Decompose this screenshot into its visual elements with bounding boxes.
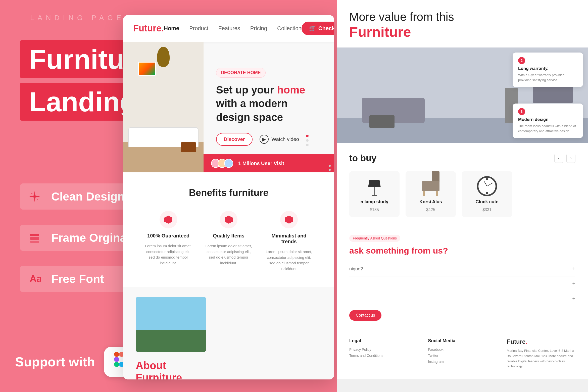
about-section: About Furniture (123, 287, 334, 379)
users-count-text: 1 Millons User Visit (238, 161, 284, 166)
benefits-grid: 100% Guaranteed Lorem ipsum dolor sit am… (133, 211, 324, 272)
faq-expand-2[interactable]: + (572, 280, 575, 287)
product-price-chair: $425 (426, 208, 435, 212)
benefit-name-2: Quality Items (213, 233, 244, 239)
product-price-clock: $331 (482, 208, 492, 212)
nav-arrows: ‹ › (554, 154, 575, 163)
layers-icon (27, 230, 42, 245)
mockup-right: More value from this Furniture 2 Long wa… (337, 0, 588, 392)
play-icon: ▶ (260, 135, 269, 144)
faq-item-3[interactable]: + (349, 291, 575, 306)
faq-expand-3[interactable]: + (572, 295, 575, 302)
benefit-name-3: Minimalist and trends (264, 233, 314, 244)
svg-rect-2 (30, 234, 39, 236)
benefit-name-1: 100% Guaranteed (147, 233, 189, 239)
info-card-2-desc: The room looks beautiful with a blend of… (518, 124, 577, 133)
footer-link-privacy[interactable]: Privacy Policy (349, 348, 418, 352)
products-header: to buy ‹ › (349, 153, 575, 164)
hero-image (123, 42, 204, 172)
product-img-clock (477, 176, 497, 196)
about-scene (136, 297, 206, 352)
info-card-2-title: Modern design (518, 117, 577, 122)
grey-table (369, 115, 395, 128)
products-section: to buy ‹ › n lamp study $135 (337, 143, 588, 227)
discover-button[interactable]: Discover (216, 133, 253, 146)
footer-link-instagram[interactable]: Instagram (428, 360, 497, 364)
footer-col-legal: Legal Privacy Policy Terms and Condition… (349, 338, 418, 369)
benefit-desc-1: Lorem ipsum dolor sit amet, consectetur … (143, 243, 193, 266)
footer-link-terms[interactable]: Terms and Conditions (349, 354, 418, 358)
hexagon-icon-1 (164, 216, 172, 224)
info-card-1-title: Long warranty. (518, 66, 577, 71)
nav-link-collection[interactable]: Collection (277, 25, 302, 32)
svg-rect-6 (114, 352, 119, 357)
contact-button[interactable]: Contact us (349, 310, 381, 321)
info-card-1-number: 2 (518, 57, 525, 64)
faq-item-2[interactable]: + (349, 276, 575, 291)
benefit-card-minimalist: Minimalist and trends Lorem ipsum dolor … (264, 211, 314, 272)
hero-title: Set up your homewith a moderndesign spac… (216, 83, 322, 124)
product-img-lamp (362, 176, 387, 196)
info-card-2: 3 Modern design The room looks beautiful… (513, 104, 583, 138)
clock-hour-hand (484, 181, 487, 186)
mockup-center: Future. Home Product Features Pricing Co… (123, 15, 334, 379)
faq-q-1: nique? (349, 266, 363, 272)
watch-video-button[interactable]: ▶ Watch video (260, 135, 299, 144)
benefit-card-quality: Quality Items Lorem ipsum dolor sit amet… (204, 211, 254, 272)
info-card-1: 2 Long warranty. With a 5-year warranty … (513, 53, 583, 87)
product-card-clock: Clock cute $331 (462, 171, 512, 217)
navbar: Future. Home Product Features Pricing Co… (123, 15, 334, 42)
nav-link-pricing[interactable]: Pricing (250, 25, 267, 32)
benefit-icon-minimalist (280, 211, 298, 228)
faq-item-1[interactable]: nique? + (349, 262, 575, 276)
svg-rect-4 (30, 241, 39, 243)
about-image (136, 297, 206, 352)
benefits-section: Benefits furniture 100% Guaranteed Lorem… (123, 172, 334, 287)
users-bar: 1 Millons User Visit (204, 154, 334, 172)
chair-seat (422, 181, 439, 191)
scroll-indicator (329, 161, 331, 171)
hero-badge: DECORATE HOME (216, 68, 266, 78)
nav-link-product[interactable]: Product (189, 25, 208, 32)
svg-point-0 (31, 193, 32, 194)
product-img-chair (418, 176, 443, 196)
svg-rect-3 (30, 237, 39, 240)
benefit-icon-quality (220, 211, 237, 228)
right-header: More value from this Furniture (337, 0, 588, 47)
faq-expand-1[interactable]: + (572, 266, 575, 272)
feature-clean-design-text: Clean Design (51, 190, 124, 203)
dot-3 (306, 144, 309, 146)
hero-title-highlight: home (277, 84, 305, 96)
footer-link-twitter[interactable]: Twitter (428, 354, 497, 358)
table-small (181, 142, 196, 152)
nav-link-home[interactable]: Home (164, 25, 179, 32)
svg-rect-8 (114, 357, 119, 362)
about-title-highlight: Furniture (136, 372, 182, 379)
nav-link-features[interactable]: Features (218, 25, 240, 32)
faq-section: Frequently Asked Questions ask something… (337, 227, 588, 328)
right-header-subtitle: More value from this (349, 10, 575, 24)
landing-label: LANDING PAGE (30, 14, 125, 22)
checkout-button[interactable]: 🛒 Checkout (302, 22, 334, 35)
next-arrow-button[interactable]: › (566, 154, 575, 163)
benefit-desc-2: Lorem ipsum dolor sit amet, consectetur … (204, 243, 254, 266)
support-label: Support with (15, 354, 95, 369)
info-card-1-desc: With a 5-year warranty provided, providi… (518, 73, 577, 82)
prev-arrow-button[interactable]: ‹ (554, 154, 563, 163)
sparkle-icon (27, 189, 42, 204)
scroll-dot-2 (329, 165, 331, 167)
footer-link-facebook[interactable]: Facebook (428, 348, 497, 352)
scroll-dot-1 (329, 161, 331, 163)
footer-col-brand: Future. Marina Bay Financial Centre, Lev… (507, 338, 575, 369)
nav-logo: Future. (133, 23, 164, 34)
product-name-lamp: n lamp study (360, 199, 388, 205)
svg-point-1 (37, 199, 38, 200)
svg-rect-9 (114, 362, 119, 367)
typography-icon: Aa (27, 271, 42, 286)
user-avatars (211, 159, 233, 168)
footer-brand-logo: Future. (507, 338, 575, 345)
products-grid: n lamp study $135 Korsi Alus $425 (349, 171, 575, 217)
benefit-icon-guaranteed (160, 211, 177, 228)
lamp-hang (157, 47, 170, 67)
avatar-3 (224, 159, 233, 168)
